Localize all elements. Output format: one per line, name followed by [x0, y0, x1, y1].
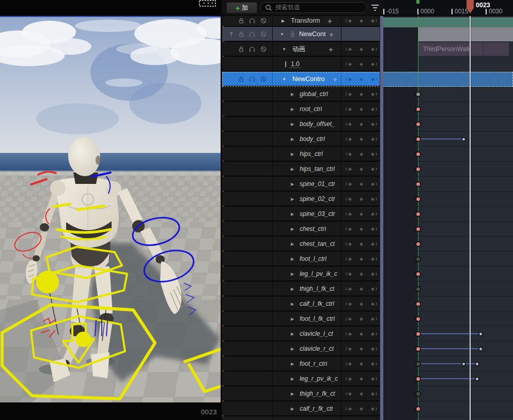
add-section-icon[interactable]: +: [333, 74, 337, 83]
weight-value-input[interactable]: 1.0: [289, 60, 301, 68]
timeline-row-chest_ctrl[interactable]: [383, 222, 513, 237]
playhead-line[interactable]: [470, 12, 471, 420]
track-row-foot_l_ctrl[interactable]: ▶foot_l_ctrl◆◆◆: [222, 252, 383, 267]
next-key-icon[interactable]: ◆: [371, 196, 378, 201]
keyframe-dot[interactable]: [415, 106, 421, 112]
keyframe-dot[interactable]: [415, 166, 421, 172]
key-bar[interactable]: [418, 363, 477, 364]
prev-key-icon[interactable]: ◆: [345, 316, 352, 321]
prev-key-icon[interactable]: ◆: [345, 301, 352, 306]
chevron-right-icon[interactable]: ▶: [291, 241, 294, 246]
key-bar[interactable]: [418, 333, 480, 334]
add-key-icon[interactable]: ◆: [360, 136, 363, 142]
prev-key-icon[interactable]: ◆: [345, 106, 352, 112]
chevron-right-icon[interactable]: ▶: [291, 91, 294, 96]
prev-key-icon[interactable]: ◆: [345, 406, 352, 411]
add-key-icon[interactable]: ◆: [360, 406, 363, 411]
prev-key-icon[interactable]: ◆: [345, 256, 352, 261]
track-row-foot_l_fk_ctrl[interactable]: ▶foot_l_fk_ctrl◆◆◆: [222, 312, 383, 326]
track-row-hips_tan_ctrl[interactable]: ▶hips_tan_ctrl◆◆◆: [222, 162, 383, 177]
track-row-global_ctrl[interactable]: ▶global_ctrl◆◆◆: [222, 87, 383, 102]
next-key-icon[interactable]: ◆: [371, 406, 378, 411]
rig-binding-section-band[interactable]: [418, 27, 513, 41]
timeline-row-thigh_l_fk_ct[interactable]: [383, 282, 513, 297]
add-key-icon[interactable]: ◆: [360, 46, 363, 52]
chevron-right-icon[interactable]: ▶: [291, 331, 294, 336]
next-key-icon[interactable]: ◆: [371, 331, 378, 336]
add-key-icon[interactable]: ◆: [360, 196, 363, 201]
keyframe-dot[interactable]: [415, 181, 421, 187]
prev-key-icon[interactable]: ◆: [345, 181, 352, 186]
keyframe-dot[interactable]: [415, 256, 421, 262]
timeline-row-clavicle_l_ct[interactable]: [383, 326, 513, 341]
prev-key-icon[interactable]: ◆: [345, 241, 352, 246]
timeline-row-thigh_r_fk_ct[interactable]: [383, 386, 513, 401]
chevron-down-icon[interactable]: ▼: [282, 76, 286, 81]
keyframe-dot-end[interactable]: [478, 332, 483, 336]
next-key-icon[interactable]: ◆: [371, 301, 378, 306]
track-row-control-rig-selected[interactable]: ▼ NewContro + ◆ ◆ ◆: [222, 72, 383, 87]
chevron-right-icon[interactable]: ▶: [291, 196, 294, 201]
add-key-icon[interactable]: ◆: [360, 256, 363, 261]
key-bar[interactable]: [418, 138, 463, 139]
keyframe-dot[interactable]: [415, 361, 421, 367]
chevron-right-icon[interactable]: ▶: [291, 406, 294, 411]
chevron-right-icon[interactable]: ▶: [291, 181, 294, 186]
chevron-right-icon[interactable]: ▶: [291, 211, 294, 216]
prev-key-icon[interactable]: ◆: [345, 271, 352, 276]
prev-key-icon[interactable]: ◆: [345, 121, 352, 127]
lock-icon[interactable]: [238, 46, 244, 52]
chevron-right-icon[interactable]: ▶: [291, 316, 294, 321]
timeline-row-calf_l_fk_ctrl[interactable]: [383, 297, 513, 312]
keyframe-dot[interactable]: [415, 226, 421, 232]
next-key-icon[interactable]: ◆: [371, 76, 378, 82]
timeline-row-spine_02_ctr[interactable]: [383, 192, 513, 207]
keyframe-dot[interactable]: [415, 196, 421, 202]
track-row-hips_ctrl[interactable]: ▶hips_ctrl◆◆◆: [222, 147, 383, 162]
track-row-weight[interactable]: 1.0 ◆ ◆ ◆: [222, 57, 383, 72]
add-key-icon[interactable]: ◆: [360, 91, 363, 97]
timeline-row-foot_l_fk_ctrl[interactable]: [383, 312, 513, 326]
track-row-leg_r_pv_ik_c[interactable]: ▶leg_r_pv_ik_c◆◆◆: [222, 371, 383, 386]
lock-icon[interactable]: [238, 76, 244, 82]
next-key-icon[interactable]: ◆: [371, 18, 378, 23]
add-section-icon[interactable]: +: [329, 44, 333, 53]
add-key-icon[interactable]: ◆: [360, 18, 363, 23]
prev-key-icon[interactable]: ◆: [345, 391, 352, 396]
chevron-right-icon[interactable]: ▶: [291, 226, 294, 231]
keyframe-dot[interactable]: [415, 346, 421, 352]
prev-key-icon[interactable]: ◆: [345, 196, 352, 201]
next-key-icon[interactable]: ◆: [371, 181, 378, 186]
next-key-icon[interactable]: ◆: [371, 316, 378, 321]
track-row-spine_03_ctr[interactable]: ▶spine_03_ctr◆◆◆: [222, 207, 383, 222]
keyframe-dot[interactable]: [415, 301, 421, 307]
next-key-icon[interactable]: ◆: [371, 46, 378, 52]
next-key-icon[interactable]: ◆: [371, 361, 378, 366]
next-key-icon[interactable]: ◆: [371, 286, 378, 291]
timeline-row-calf_r_fk_ctr[interactable]: [383, 401, 513, 416]
key-bar[interactable]: [418, 348, 480, 349]
keyframe-dot[interactable]: [415, 121, 421, 127]
timeline-row-spine_01_ctr[interactable]: [383, 177, 513, 192]
timeline-row-chest_tan_ct[interactable]: [383, 237, 513, 252]
keyframe-dot[interactable]: [415, 136, 421, 142]
track-row-spine_01_ctr[interactable]: ▶spine_01_ctr◆◆◆: [222, 177, 383, 192]
prev-key-icon[interactable]: ◆: [345, 46, 352, 52]
keyframe-dot-end[interactable]: [478, 347, 483, 351]
add-key-icon[interactable]: ◆: [360, 316, 363, 321]
track-row-clavicle_l_ct[interactable]: ▶clavicle_l_ct◆◆◆: [222, 326, 383, 341]
timeline-row-hips_tan_ctrl[interactable]: [383, 162, 513, 177]
add-section-icon[interactable]: +: [329, 29, 334, 38]
keyframe-dot[interactable]: [415, 91, 421, 97]
add-track-button[interactable]: + 加: [226, 2, 257, 13]
mute-icon[interactable]: [260, 76, 267, 82]
prev-key-icon[interactable]: ◆: [345, 166, 352, 172]
chevron-right-icon[interactable]: ▶: [291, 166, 294, 171]
prev-key-icon[interactable]: ◆: [345, 331, 352, 336]
solo-headphones-icon[interactable]: [249, 46, 255, 52]
track-row-body_ctrl[interactable]: ▶body_ctrl◆◆◆: [222, 132, 383, 147]
prev-key-icon[interactable]: ◆: [345, 91, 352, 97]
timeline-row-body_offset_[interactable]: [383, 117, 513, 132]
next-key-icon[interactable]: ◆: [371, 91, 378, 97]
keyframe-dot[interactable]: [415, 211, 421, 217]
